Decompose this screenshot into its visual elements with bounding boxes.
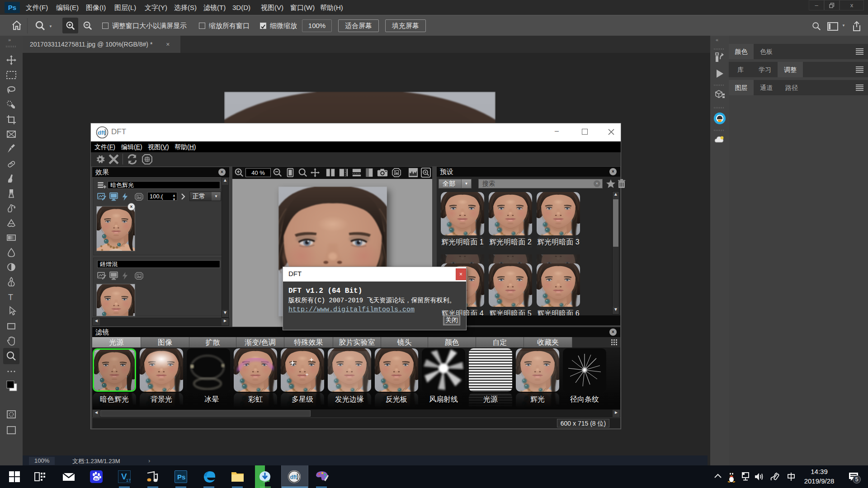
svg-text:T: T — [8, 293, 13, 302]
svg-text:dft: dft — [290, 474, 297, 480]
svg-text:du: du — [94, 477, 98, 481]
svg-text:dft: dft — [98, 129, 105, 136]
